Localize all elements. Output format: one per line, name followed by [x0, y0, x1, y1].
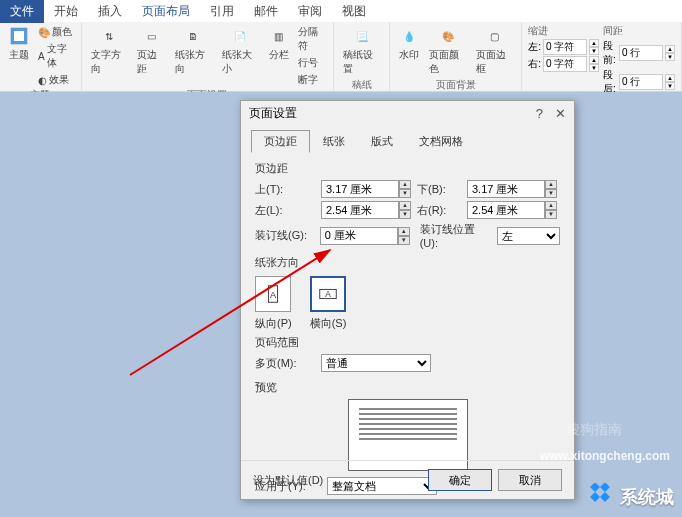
page-setup-dialog: 页面设置 ? ✕ 页边距 纸张 版式 文档网格 页边距 上(T): ▲▼ 下(B… [240, 100, 575, 500]
svg-text:A: A [325, 290, 331, 299]
watermark-icon: 💧 [399, 26, 419, 46]
svg-text:A: A [270, 290, 277, 300]
top-input[interactable] [321, 180, 399, 198]
tab-view[interactable]: 视图 [332, 0, 376, 23]
brand-watermark: 系统城 [586, 483, 674, 511]
dialog-titlebar: 页面设置 ? ✕ [241, 101, 574, 126]
effects-icon: ◐ [38, 75, 47, 86]
ok-button[interactable]: 确定 [428, 469, 492, 491]
font-icon: A [38, 51, 45, 62]
dialog-body: 页边距 上(T): ▲▼ 下(B): ▲▼ 左(L): ▲▼ 右(R): ▲▼ … [241, 153, 574, 506]
url-watermark: www.xitongcheng.com [540, 449, 670, 463]
spacing-before[interactable]: 段前:▲▼ [603, 39, 675, 67]
indent-right[interactable]: 右:▲▼ [528, 56, 599, 72]
page-color-icon: 🎨 [438, 26, 458, 46]
bottom-label: 下(B): [417, 182, 461, 197]
text-direction-button[interactable]: ⇅文字方向 [88, 24, 131, 78]
themes-icon [9, 26, 29, 46]
spin-down-icon[interactable]: ▼ [589, 47, 599, 55]
size-icon: 📄 [230, 26, 250, 46]
svg-rect-7 [600, 483, 610, 492]
svg-rect-9 [590, 492, 600, 502]
indent-left[interactable]: 左:▲▼ [528, 39, 599, 55]
indent-left-input[interactable] [543, 39, 587, 55]
svg-rect-8 [600, 492, 610, 502]
multi-select[interactable]: 普通 [321, 354, 431, 372]
margins-section-label: 页边距 [255, 161, 560, 176]
tab-mailings[interactable]: 邮件 [244, 0, 288, 23]
page-border-icon: ▢ [484, 26, 504, 46]
dtab-margins[interactable]: 页边距 [251, 130, 310, 153]
tab-file[interactable]: 文件 [0, 0, 44, 23]
spacing-before-input[interactable] [619, 45, 663, 61]
close-button[interactable]: ✕ [555, 106, 566, 121]
portrait-option[interactable]: A 纵向(P) [255, 276, 292, 331]
dtab-layout[interactable]: 版式 [358, 130, 406, 153]
theme-effects[interactable]: ◐效果 [36, 72, 75, 88]
line-numbers-button[interactable]: 行号 [296, 55, 327, 71]
set-default-button[interactable]: 设为默认值(D) [253, 473, 323, 488]
group-paper: 📃稿纸设置 稿纸 [334, 22, 390, 91]
orientation-icon: 🗎 [183, 26, 203, 46]
brand-logo-icon [586, 483, 614, 511]
paper-settings-button[interactable]: 📃稿纸设置 [340, 24, 383, 78]
gutter-input[interactable] [320, 227, 398, 245]
indent-header: 缩进 [528, 24, 599, 38]
hyphenation-button[interactable]: 断字 [296, 72, 327, 88]
themes-label: 主题 [9, 48, 29, 62]
watermark-button[interactable]: 💧水印 [396, 24, 422, 64]
tab-layout[interactable]: 页面布局 [132, 0, 200, 23]
right-input[interactable] [467, 201, 545, 219]
gutter-pos-label: 装订线位置(U): [420, 222, 492, 249]
tab-references[interactable]: 引用 [200, 0, 244, 23]
group-paragraph: 缩进 左:▲▼ 右:▲▼ 间距 段前:▲▼ 段后:▲▼ 段落 [522, 22, 682, 91]
cancel-button[interactable]: 取消 [498, 469, 562, 491]
breaks-button[interactable]: 分隔符 [296, 24, 327, 54]
multi-label: 多页(M): [255, 356, 315, 371]
group-theme: 主题 🎨颜色 A文字体 ◐效果 主题 [0, 22, 82, 91]
sogou-watermark: 搜狗指南 [566, 421, 622, 439]
spacing-after-input[interactable] [619, 74, 663, 90]
columns-button[interactable]: ▥分栏 [266, 24, 292, 64]
right-label: 右(R): [417, 203, 461, 218]
left-input[interactable] [321, 201, 399, 219]
indent-right-input[interactable] [543, 56, 587, 72]
svg-rect-1 [14, 31, 24, 41]
theme-colors[interactable]: 🎨颜色 [36, 24, 75, 40]
tab-home[interactable]: 开始 [44, 0, 88, 23]
help-button[interactable]: ? [536, 106, 543, 121]
dialog-title: 页面设置 [249, 105, 297, 122]
margins-button[interactable]: ▭页边距 [134, 24, 168, 78]
gutter-label: 装订线(G): [255, 228, 314, 243]
gutter-pos-select[interactable]: 左 [497, 227, 560, 245]
top-label: 上(T): [255, 182, 315, 197]
spin-up-icon[interactable]: ▲ [589, 39, 599, 47]
orient-section-label: 纸张方向 [255, 255, 560, 270]
page-border-button[interactable]: ▢页面边框 [473, 24, 515, 78]
group-page-bg: 💧水印 🎨页面颜色 ▢页面边框 页面背景 [390, 22, 522, 91]
svg-rect-10 [590, 483, 600, 492]
tab-review[interactable]: 审阅 [288, 0, 332, 23]
colors-icon: 🎨 [38, 27, 50, 38]
dtab-grid[interactable]: 文档网格 [406, 130, 476, 153]
orientation-button[interactable]: 🗎纸张方向 [172, 24, 215, 78]
ribbon: 主题 🎨颜色 A文字体 ◐效果 主题 ⇅文字方向 ▭页边距 🗎纸张方向 📄纸张大… [0, 22, 682, 92]
themes-button[interactable]: 主题 [6, 24, 32, 64]
preview-section-label: 预览 [255, 380, 560, 395]
margins-icon: ▭ [141, 26, 161, 46]
size-button[interactable]: 📄纸张大小 [219, 24, 262, 78]
paper-icon: 📃 [352, 26, 372, 46]
dialog-footer: 设为默认值(D) 确定 取消 [241, 460, 574, 499]
ribbon-tabs: 文件 开始 插入 页面布局 引用 邮件 审阅 视图 [0, 0, 682, 22]
group-page-setup: ⇅文字方向 ▭页边距 🗎纸张方向 📄纸张大小 ▥分栏 分隔符 行号 断字 页面设… [82, 22, 335, 91]
bottom-input[interactable] [467, 180, 545, 198]
page-color-button[interactable]: 🎨页面颜色 [426, 24, 468, 78]
dtab-paper[interactable]: 纸张 [310, 130, 358, 153]
pages-section-label: 页码范围 [255, 335, 560, 350]
columns-icon: ▥ [269, 26, 289, 46]
landscape-option[interactable]: A 横向(S) [310, 276, 347, 331]
theme-fonts[interactable]: A文字体 [36, 41, 75, 71]
tab-insert[interactable]: 插入 [88, 0, 132, 23]
spacing-header: 间距 [603, 24, 675, 38]
left-label: 左(L): [255, 203, 315, 218]
